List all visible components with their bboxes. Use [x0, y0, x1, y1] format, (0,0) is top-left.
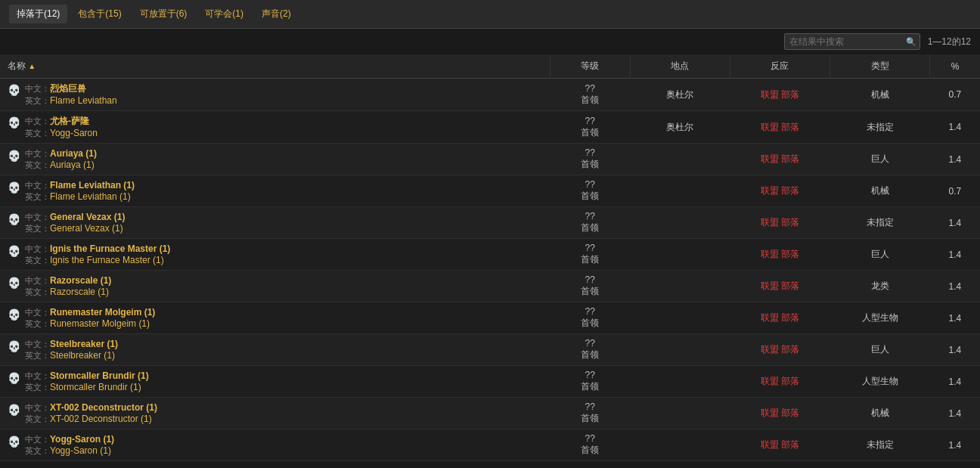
location-cell-11 [630, 429, 730, 461]
percent-cell-7: 1.4 [930, 302, 980, 334]
reaction-cell-9: 联盟 部落 [730, 366, 830, 398]
reaction-cell-6: 联盟 部落 [730, 271, 830, 302]
skull-icon: 💀 [8, 340, 20, 352]
skull-icon: 💀 [8, 277, 20, 289]
skull-icon: 💀 [8, 181, 20, 194]
table-row: 💀 中文：Yogg-Saron (1) 英文：Yogg-Saron (1) ??… [0, 429, 980, 461]
name-cell-4: 💀 中文：General Vezax (1) 英文：General Vezax … [0, 207, 550, 239]
location-cell-1: 奥杜尔 [630, 111, 730, 144]
reaction-cell-11: 联盟 部落 [730, 429, 830, 461]
level-cell-4: ??首领 [550, 207, 630, 239]
toolbar: 🔍 1—12的12 [0, 29, 980, 54]
cn-label: 中文：尤格-萨隆 [25, 115, 98, 128]
col-header-level[interactable]: 等级 [550, 54, 630, 79]
location-cell-9 [630, 366, 730, 398]
en-label: 英文：Flame Leviathan [25, 95, 117, 107]
reaction-cell-3: 联盟 部落 [730, 175, 830, 207]
table-row: 💀 中文：Auriaya (1) 英文：Auriaya (1) ??首领联盟 部… [0, 144, 980, 175]
level-cell-3: ??首领 [550, 175, 630, 207]
level-cell-7: ??首领 [550, 302, 630, 334]
name-cell-7: 💀 中文：Runemaster Molgeim (1) 英文：Runemaste… [0, 302, 550, 334]
col-header-reaction[interactable]: 反应 [730, 54, 830, 79]
tab-placeable-on[interactable]: 可放置于(6) [132, 5, 195, 23]
type-cell-4: 未指定 [830, 207, 930, 239]
top-nav: 掉落于(12) 包含于(15) 可放置于(6) 可学会(1) 声音(2) [0, 0, 980, 29]
cn-label: 中文：烈焰巨兽 [25, 82, 117, 95]
en-label: 英文：Steelbreaker (1) [25, 350, 118, 361]
en-label: 英文：General Vezax (1) [25, 223, 125, 234]
location-cell-4 [630, 207, 730, 239]
reaction-cell-8: 联盟 部落 [730, 334, 830, 366]
skull-icon: 💀 [8, 308, 20, 321]
skull-icon: 💀 [8, 404, 20, 416]
pagination-label: 1—12的12 [928, 36, 971, 48]
skull-icon: 💀 [8, 245, 20, 257]
col-header-percent[interactable]: % [930, 54, 980, 79]
tab-drop-from[interactable]: 掉落于(12) [9, 5, 67, 23]
name-cell-10: 💀 中文：XT-002 Deconstructor (1) 英文：XT-002 … [0, 398, 550, 429]
en-label: 英文：Runemaster Molgeim (1) [25, 318, 155, 330]
table-row: 💀 中文：General Vezax (1) 英文：General Vezax … [0, 207, 980, 239]
col-header-location[interactable]: 地点 [630, 54, 730, 79]
skull-icon: 💀 [8, 150, 20, 162]
table-row: 💀 中文：Ignis the Furnace Master (1) 英文：Ign… [0, 239, 980, 271]
reaction-cell-1: 联盟 部落 [730, 111, 830, 144]
cn-label: 中文：Stormcaller Brundir (1) [25, 370, 149, 382]
level-cell-10: ??首领 [550, 398, 630, 429]
percent-cell-8: 1.4 [930, 334, 980, 366]
level-cell-5: ??首领 [550, 239, 630, 271]
percent-cell-1: 1.4 [930, 111, 980, 144]
tab-sounds[interactable]: 声音(2) [254, 5, 299, 23]
type-cell-5: 巨人 [830, 239, 930, 271]
name-cell-5: 💀 中文：Ignis the Furnace Master (1) 英文：Ign… [0, 239, 550, 271]
cn-label: 中文：Yogg-Saron (1) [25, 434, 114, 445]
skull-icon: 💀 [8, 213, 20, 225]
name-cell-11: 💀 中文：Yogg-Saron (1) 英文：Yogg-Saron (1) [0, 429, 550, 461]
percent-cell-6: 1.4 [930, 271, 980, 302]
percent-cell-5: 1.4 [930, 239, 980, 271]
type-cell-0: 机械 [830, 79, 930, 111]
table-row: 💀 中文：Stormcaller Brundir (1) 英文：Stormcal… [0, 366, 980, 398]
reaction-cell-5: 联盟 部落 [730, 239, 830, 271]
percent-cell-0: 0.7 [930, 79, 980, 111]
table-row: 💀 中文：Steelbreaker (1) 英文：Steelbreaker (1… [0, 334, 980, 366]
reaction-cell-10: 联盟 部落 [730, 398, 830, 429]
name-cell-8: 💀 中文：Steelbreaker (1) 英文：Steelbreaker (1… [0, 334, 550, 366]
col-header-type[interactable]: 类型 [830, 54, 930, 79]
reaction-cell-4: 联盟 部落 [730, 207, 830, 239]
type-cell-6: 龙类 [830, 271, 930, 302]
tab-contained-in[interactable]: 包含于(15) [70, 5, 129, 23]
name-cell-0: 💀 中文：烈焰巨兽 英文：Flame Leviathan [0, 79, 550, 111]
level-cell-6: ??首领 [550, 271, 630, 302]
location-cell-0: 奥杜尔 [630, 79, 730, 111]
name-cell-3: 💀 中文：Flame Leviathan (1) 英文：Flame Leviat… [0, 175, 550, 207]
percent-cell-11: 1.4 [930, 429, 980, 461]
type-cell-8: 巨人 [830, 334, 930, 366]
en-label: 英文：Stormcaller Brundir (1) [25, 382, 149, 393]
type-cell-1: 未指定 [830, 111, 930, 144]
type-cell-10: 机械 [830, 398, 930, 429]
cn-label: 中文：Auriaya (1) [25, 148, 97, 160]
type-cell-2: 巨人 [830, 144, 930, 175]
percent-cell-9: 1.4 [930, 366, 980, 398]
percent-cell-10: 1.4 [930, 398, 980, 429]
cn-label: 中文：XT-002 Deconstructor (1) [25, 402, 157, 414]
location-cell-7 [630, 302, 730, 334]
cn-label: 中文：Ignis the Furnace Master (1) [25, 243, 170, 255]
location-cell-8 [630, 334, 730, 366]
type-cell-11: 未指定 [830, 429, 930, 461]
table-row: 💀 中文：烈焰巨兽 英文：Flame Leviathan ??首领奥杜尔联盟 部… [0, 79, 980, 111]
table-row: 💀 中文：XT-002 Deconstructor (1) 英文：XT-002 … [0, 398, 980, 429]
table-row: 💀 中文：Flame Leviathan (1) 英文：Flame Leviat… [0, 175, 980, 207]
cn-label: 中文：Runemaster Molgeim (1) [25, 307, 155, 318]
search-wrapper: 🔍 [784, 33, 920, 50]
col-header-name[interactable]: 名称 ▲ [0, 54, 550, 79]
level-cell-1: ??首领 [550, 111, 630, 144]
search-input[interactable] [784, 33, 920, 50]
type-cell-3: 机械 [830, 175, 930, 207]
level-cell-9: ??首领 [550, 366, 630, 398]
table-row: 💀 中文：Runemaster Molgeim (1) 英文：Runemaste… [0, 302, 980, 334]
reaction-cell-0: 联盟 部落 [730, 79, 830, 111]
en-label: 英文：Yogg-Saron [25, 128, 98, 139]
tab-learnable[interactable]: 可学会(1) [197, 5, 251, 23]
